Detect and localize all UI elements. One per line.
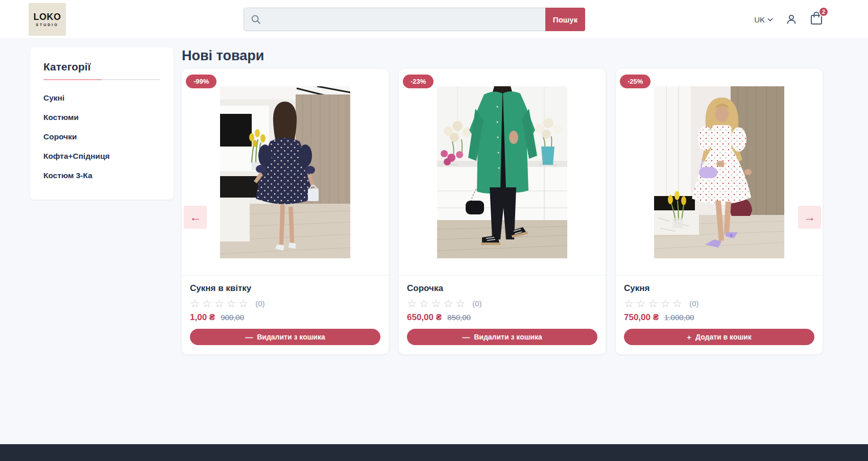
star-rating-icons: ☆☆☆☆☆ xyxy=(407,298,468,309)
main-content: Нові товари ← → -99% xyxy=(182,48,823,354)
carousel-prev-button[interactable]: ← xyxy=(184,206,207,229)
product-title[interactable]: Сукня xyxy=(624,283,814,294)
categories-title: Категорії xyxy=(43,61,160,73)
cart-button-label: Видалити з кошика xyxy=(474,333,542,341)
language-label: UK xyxy=(754,15,765,24)
product-rating: ☆☆☆☆☆ (0) xyxy=(624,298,814,309)
product-rating: ☆☆☆☆☆ (0) xyxy=(407,298,597,309)
product-card: -99% xyxy=(182,69,389,354)
product-image-area[interactable] xyxy=(616,69,823,276)
old-price: 900,00 xyxy=(221,313,244,322)
arrow-right-icon: → xyxy=(804,210,815,224)
language-selector[interactable]: UK xyxy=(754,15,773,24)
product-image-white-dress xyxy=(654,86,784,258)
sidebar-item-suits[interactable]: Костюми xyxy=(43,108,160,127)
rating-count: (0) xyxy=(255,299,264,308)
cart-button-label: Додати в кошик xyxy=(695,333,752,341)
product-image-navy-dress xyxy=(220,86,350,258)
sidebar-item-suit-3piece[interactable]: Костюм 3-Ка xyxy=(43,166,160,185)
footer xyxy=(0,444,868,461)
minus-icon: — xyxy=(462,333,470,341)
product-info: Сукня ☆☆☆☆☆ (0) 750,00 ₴ 1.000,00 + Дода… xyxy=(616,276,823,354)
sidebar-item-top-skirt[interactable]: Кофта+Спідниця xyxy=(43,147,160,166)
star-rating-icons: ☆☆☆☆☆ xyxy=(624,298,685,309)
discount-badge: -23% xyxy=(403,75,433,88)
page-title: Нові товари xyxy=(182,48,823,64)
search-input[interactable] xyxy=(244,8,545,31)
cart-button-label: Видалити з кошика xyxy=(257,333,325,341)
sidebar-item-dresses[interactable]: Сукні xyxy=(43,88,160,108)
remove-from-cart-button[interactable]: — Видалити з кошика xyxy=(190,329,380,345)
products-carousel: ← → -99% xyxy=(182,69,823,354)
arrow-left-icon: ← xyxy=(189,210,201,224)
logo-subtext: STUDIO xyxy=(36,23,58,27)
header: LOKO STUDIO Пошук UK xyxy=(0,0,868,39)
categories-panel: Категорії Сукні Костюми Сорочки Кофта+Сп… xyxy=(30,47,174,200)
old-price: 1.000,00 xyxy=(664,313,694,322)
star-rating-icons: ☆☆☆☆☆ xyxy=(190,298,251,309)
title-underline xyxy=(43,79,160,80)
price-row: 1,00 ₴ 900,00 xyxy=(190,312,380,323)
cart-button[interactable]: 2 xyxy=(810,11,823,28)
price-row: 750,00 ₴ 1.000,00 xyxy=(624,312,814,323)
search-button[interactable]: Пошук xyxy=(545,8,585,31)
discount-badge: -99% xyxy=(186,75,216,88)
product-card: -23% xyxy=(399,69,606,354)
header-actions: UK 2 xyxy=(754,0,823,39)
search-bar: Пошук xyxy=(244,8,585,31)
user-icon xyxy=(785,13,798,26)
old-price: 850,00 xyxy=(447,313,471,322)
product-image-area[interactable] xyxy=(182,69,389,276)
plus-icon: + xyxy=(687,333,691,341)
cart-count-badge: 2 xyxy=(818,7,829,17)
current-price: 650,00 ₴ xyxy=(407,312,442,323)
current-price: 750,00 ₴ xyxy=(624,312,659,323)
store-logo[interactable]: LOKO STUDIO xyxy=(29,3,66,36)
account-button[interactable] xyxy=(785,13,798,26)
current-price: 1,00 ₴ xyxy=(190,312,215,323)
product-card: -25% xyxy=(616,69,823,354)
product-info: Сукня в квітку ☆☆☆☆☆ (0) 1,00 ₴ 900,00 —… xyxy=(182,276,389,354)
product-info: Сорочка ☆☆☆☆☆ (0) 650,00 ₴ 850,00 — Вида… xyxy=(399,276,606,354)
logo-text: LOKO xyxy=(34,12,61,21)
rating-count: (0) xyxy=(472,299,481,308)
product-title[interactable]: Сукня в квітку xyxy=(190,283,380,294)
product-rating: ☆☆☆☆☆ (0) xyxy=(190,298,380,309)
product-title[interactable]: Сорочка xyxy=(407,283,597,294)
discount-badge: -25% xyxy=(620,75,650,88)
minus-icon: — xyxy=(245,333,253,341)
product-image-green-shirt xyxy=(437,86,567,258)
remove-from-cart-button[interactable]: — Видалити з кошика xyxy=(407,329,597,345)
carousel-next-button[interactable]: → xyxy=(798,206,821,229)
product-image-area[interactable] xyxy=(399,69,606,276)
add-to-cart-button[interactable]: + Додати в кошик xyxy=(624,329,814,345)
chevron-down-icon xyxy=(767,18,773,21)
sidebar-item-shirts[interactable]: Сорочки xyxy=(43,127,160,147)
rating-count: (0) xyxy=(689,299,698,308)
price-row: 650,00 ₴ 850,00 xyxy=(407,312,597,323)
